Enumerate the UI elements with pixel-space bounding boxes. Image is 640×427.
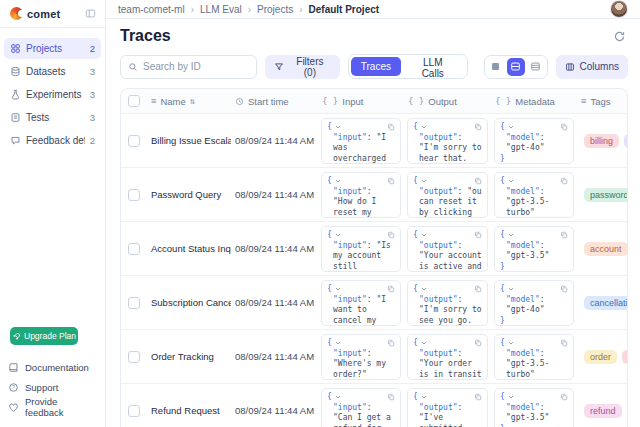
sidebar-item-projects[interactable]: Projects2 — [4, 38, 101, 59]
copy-icon[interactable] — [560, 177, 568, 185]
tab-llm-calls[interactable]: LLM Calls — [401, 57, 465, 76]
trace-start-time: 08/09/24 11:44 AM — [231, 168, 318, 221]
row-checkbox[interactable] — [128, 243, 140, 255]
chevron-down-icon[interactable] — [334, 231, 342, 239]
chevron-down-icon[interactable] — [334, 339, 342, 347]
trace-start-time: 08/09/24 11:44 AM — [231, 330, 318, 383]
table-row[interactable]: Order Tracking 08/09/24 11:44 AM {"input… — [121, 329, 627, 383]
sidebar-item-datasets[interactable]: Datasets3 — [4, 61, 101, 82]
chevron-down-icon[interactable] — [420, 177, 428, 185]
tag-chip: billing — [584, 134, 619, 148]
column-header-tags[interactable]: ≡ Tags — [577, 89, 628, 113]
copy-icon[interactable] — [474, 177, 482, 185]
breadcrumb-item[interactable]: team-comet-ml — [118, 4, 185, 15]
chevron-down-icon[interactable] — [507, 231, 515, 239]
copy-icon[interactable] — [560, 393, 568, 401]
column-header-input[interactable]: { } Input — [318, 89, 404, 113]
row-checkbox[interactable] — [128, 297, 140, 309]
copy-icon[interactable] — [387, 285, 395, 293]
sidebar-item-count: 3 — [90, 66, 95, 77]
row-checkbox[interactable] — [128, 189, 140, 201]
sidebar-link-provide-feedback[interactable]: Provide feedback — [8, 397, 97, 417]
comet-logo: comet — [10, 7, 60, 20]
copy-icon[interactable] — [560, 123, 568, 131]
chevron-down-icon[interactable] — [420, 123, 428, 131]
tag-chip: tracking — [622, 350, 628, 364]
density-compact-icon[interactable] — [487, 58, 505, 76]
chevron-down-icon[interactable] — [334, 285, 342, 293]
search-input[interactable] — [143, 61, 249, 72]
column-header-start-time[interactable]: Start time — [231, 89, 318, 113]
chevron-down-icon[interactable] — [507, 285, 515, 293]
table-row[interactable]: Subscription Cancellation 08/09/24 11:44… — [121, 275, 627, 329]
columns-grid-icon — [565, 62, 575, 72]
toolbar: Filters (0) Traces LLM Calls — [120, 54, 628, 79]
copy-icon[interactable] — [387, 339, 395, 347]
copy-icon[interactable] — [387, 177, 395, 185]
filters-button[interactable]: Filters (0) — [265, 55, 340, 79]
clock-icon — [235, 97, 244, 106]
chevron-down-icon[interactable] — [334, 393, 342, 401]
copy-icon[interactable] — [474, 285, 482, 293]
density-comfortable-icon[interactable] — [527, 58, 545, 76]
copy-icon[interactable] — [474, 123, 482, 131]
user-avatar[interactable] — [610, 0, 628, 18]
row-checkbox[interactable] — [128, 405, 140, 417]
tests-icon — [10, 112, 21, 123]
input-json-cell: {"input": "Where's my order?"} — [321, 334, 401, 380]
trace-name: Subscription Cancellation — [147, 276, 231, 329]
columns-label: Columns — [580, 61, 619, 72]
row-checkbox[interactable] — [128, 135, 140, 147]
sidebar-link-documentation[interactable]: Documentation — [8, 357, 97, 377]
copy-icon[interactable] — [474, 393, 482, 401]
sidebar-link-support[interactable]: ?Support — [8, 377, 97, 397]
sort-icon[interactable]: ⇅ — [190, 96, 195, 106]
braces-icon: { } — [322, 96, 338, 106]
chevron-down-icon[interactable] — [420, 339, 428, 347]
table-row[interactable]: Account Status Inquiry 08/09/24 11:44 AM… — [121, 221, 627, 275]
density-default-icon[interactable] — [507, 58, 525, 76]
output-json-cell: {"output": "Your account is active and i… — [407, 226, 488, 272]
row-checkbox[interactable] — [128, 351, 140, 363]
copy-icon[interactable] — [560, 285, 568, 293]
copy-icon[interactable] — [387, 231, 395, 239]
metadata-json-cell: {"model": "gpt-3.5-turbo"} — [494, 172, 574, 218]
refresh-icon[interactable] — [611, 28, 628, 45]
column-header-name[interactable]: ≡ Name ⇅ — [147, 89, 231, 113]
feedback-definitions-icon — [10, 135, 21, 146]
chevron-down-icon[interactable] — [507, 393, 515, 401]
chevron-down-icon[interactable] — [420, 393, 428, 401]
copy-icon[interactable] — [474, 339, 482, 347]
breadcrumb-item[interactable]: Projects — [257, 4, 293, 15]
input-json-cell: {"input": "Is my account still active?"} — [321, 226, 401, 272]
metadata-json-cell: {"model": "gpt-3.5"} — [494, 388, 574, 427]
rocket-icon — [12, 332, 21, 341]
trace-tags: cancellation — [577, 276, 628, 329]
copy-icon[interactable] — [560, 231, 568, 239]
table-row[interactable]: Refund Request 08/09/24 11:44 AM {"input… — [121, 383, 627, 427]
copy-icon[interactable] — [387, 123, 395, 131]
column-header-output[interactable]: { } Output — [404, 89, 491, 113]
table-row[interactable]: Billing Issue Escalation 08/09/24 11:44 … — [121, 113, 627, 167]
copy-icon[interactable] — [560, 339, 568, 347]
tab-traces[interactable]: Traces — [351, 57, 401, 76]
copy-icon[interactable] — [387, 393, 395, 401]
collapse-sidebar-icon[interactable] — [85, 8, 96, 19]
sidebar-item-experiments[interactable]: Experiments3 — [4, 84, 101, 105]
sidebar-item-tests[interactable]: Tests3 — [4, 107, 101, 128]
chevron-down-icon[interactable] — [420, 231, 428, 239]
sidebar-item-feedback-definitions[interactable]: Feedback definitions2 — [4, 130, 101, 151]
chevron-down-icon[interactable] — [420, 285, 428, 293]
copy-icon[interactable] — [474, 231, 482, 239]
chevron-down-icon[interactable] — [507, 123, 515, 131]
chevron-down-icon[interactable] — [334, 177, 342, 185]
columns-button[interactable]: Columns — [556, 55, 628, 79]
chevron-down-icon[interactable] — [334, 123, 342, 131]
select-all-checkbox[interactable] — [128, 95, 140, 107]
upgrade-plan-button[interactable]: Upgrade Plan — [10, 327, 78, 345]
column-header-metadata[interactable]: { } Metadata — [491, 89, 577, 113]
table-row[interactable]: Password Query 08/09/24 11:44 AM {"input… — [121, 167, 627, 221]
chevron-down-icon[interactable] — [507, 339, 515, 347]
chevron-down-icon[interactable] — [507, 177, 515, 185]
breadcrumb-item[interactable]: LLM Eval — [200, 4, 242, 15]
